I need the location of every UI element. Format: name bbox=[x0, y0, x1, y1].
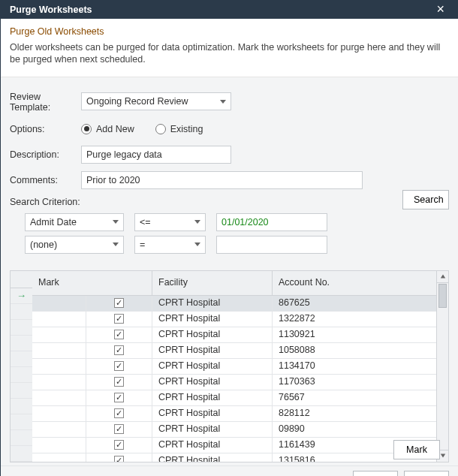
close-icon[interactable]: × bbox=[432, 0, 449, 19]
criterion-field-select[interactable]: Admit Date bbox=[25, 213, 124, 231]
title-bar: Purge Worksheets × bbox=[1, 0, 458, 19]
mark-checkbox[interactable]: ✓ bbox=[114, 361, 124, 371]
review-template-select[interactable]: Ongoing Record Review bbox=[81, 92, 231, 110]
table-row[interactable]: ✓CPRT Hospital1130921 bbox=[32, 327, 436, 343]
mark-checkbox[interactable]: ✓ bbox=[114, 393, 124, 402]
row-indicator bbox=[11, 336, 32, 351]
facility-cell: CPRT Hospital bbox=[152, 438, 273, 453]
cancel-button[interactable]: Cancel bbox=[404, 471, 449, 477]
account-cell: 828112 bbox=[273, 406, 436, 421]
col-header-account[interactable]: Account No. bbox=[273, 271, 436, 296]
options-radio-group: Add New Existing bbox=[81, 124, 203, 134]
review-template-label: Review Template: bbox=[10, 91, 81, 113]
option-add-new[interactable]: Add New bbox=[81, 124, 134, 134]
row-indicator bbox=[11, 351, 32, 367]
purge-worksheets-dialog: Purge Worksheets × Purge Old Worksheets … bbox=[0, 0, 458, 476]
account-cell: 1170363 bbox=[273, 375, 436, 390]
mark-cell: ✓ bbox=[32, 296, 152, 311]
table-row[interactable]: ✓CPRT Hospital1058088 bbox=[32, 343, 436, 359]
dialog-title: Purge Worksheets bbox=[10, 5, 432, 15]
col-header-facility[interactable]: Facility bbox=[152, 271, 273, 296]
mark-checkbox[interactable]: ✓ bbox=[114, 456, 124, 462]
col-header-mark[interactable]: Mark bbox=[32, 271, 152, 296]
comments-label: Comments: bbox=[10, 174, 81, 185]
table-row[interactable]: ✓CPRT Hospital76567 bbox=[32, 390, 436, 406]
mark-checkbox[interactable]: ✓ bbox=[114, 377, 124, 387]
comments-input[interactable] bbox=[81, 171, 363, 189]
row-indicator bbox=[11, 446, 32, 462]
done-button[interactable]: Done bbox=[353, 471, 398, 477]
mark-checkbox[interactable]: ✓ bbox=[114, 330, 124, 339]
facility-cell: CPRT Hospital bbox=[152, 359, 273, 374]
vertical-scrollbar[interactable] bbox=[437, 270, 449, 462]
search-button[interactable]: Search bbox=[402, 190, 449, 209]
form-body: Review Template: Ongoing Record Review O… bbox=[1, 77, 458, 465]
account-cell: 09890 bbox=[273, 422, 436, 437]
account-cell: 1322872 bbox=[273, 312, 436, 327]
chevron-down-icon bbox=[220, 100, 226, 104]
svg-marker-1 bbox=[440, 454, 444, 458]
mark-cell: ✓ bbox=[32, 390, 152, 405]
table-row[interactable]: ✓CPRT Hospital1134170 bbox=[32, 359, 436, 375]
row-indicator bbox=[11, 320, 32, 336]
chevron-down-icon bbox=[194, 220, 200, 224]
table-main: Mark Facility Account No. ✓CPRT Hospital… bbox=[32, 270, 437, 462]
option-existing-label: Existing bbox=[170, 124, 203, 134]
criterion-field-select[interactable]: (none) bbox=[25, 236, 124, 254]
mark-checkbox[interactable]: ✓ bbox=[114, 314, 124, 324]
table-row[interactable]: ✓CPRT Hospital867625 bbox=[32, 296, 436, 312]
table-row[interactable]: ✓CPRT Hospital1170363 bbox=[32, 375, 436, 390]
row-indicator bbox=[11, 430, 32, 446]
criterion-op-select[interactable]: <= bbox=[134, 213, 206, 231]
mark-cell: ✓ bbox=[32, 375, 152, 390]
row-indicator bbox=[11, 414, 32, 430]
criterion-value-input[interactable] bbox=[216, 213, 327, 231]
account-cell: 1058088 bbox=[273, 343, 436, 358]
comments-row: Comments: bbox=[10, 171, 449, 189]
mark-checkbox[interactable]: ✓ bbox=[114, 345, 124, 355]
table-row[interactable]: ✓CPRT Hospital09890 bbox=[32, 422, 436, 438]
mark-checkbox[interactable]: ✓ bbox=[114, 298, 124, 308]
dialog-footer: Done Cancel bbox=[1, 465, 458, 477]
results-area: → Mark Facility Account No. ✓CPRT Hospit… bbox=[10, 258, 449, 462]
row-indicator bbox=[11, 367, 32, 383]
scroll-thumb[interactable] bbox=[438, 284, 447, 308]
mark-checkbox[interactable]: ✓ bbox=[114, 408, 124, 418]
table-row[interactable]: ✓CPRT Hospital1161439 bbox=[32, 438, 436, 453]
search-criterion-label: Search Criterion: bbox=[10, 197, 449, 207]
description-row: Description: bbox=[10, 146, 449, 164]
row-indicator bbox=[11, 383, 32, 399]
intro-text: Older worksheets can be purged for data … bbox=[10, 41, 449, 66]
intro-section: Purge Old Worksheets Older worksheets ca… bbox=[1, 19, 458, 77]
mark-cell: ✓ bbox=[32, 327, 152, 342]
results-table: → Mark Facility Account No. ✓CPRT Hospit… bbox=[10, 270, 449, 462]
criterion-value-input[interactable] bbox=[216, 236, 327, 254]
mark-checkbox[interactable]: ✓ bbox=[114, 440, 124, 450]
criterion-op-value: <= bbox=[140, 217, 151, 227]
table-body: ✓CPRT Hospital867625✓CPRT Hospital132287… bbox=[32, 296, 436, 462]
facility-cell: CPRT Hospital bbox=[152, 343, 273, 358]
facility-cell: CPRT Hospital bbox=[152, 296, 273, 311]
mark-cell: ✓ bbox=[32, 312, 152, 327]
criterion-row-2: (none) = bbox=[25, 236, 449, 254]
mark-button[interactable]: Mark bbox=[393, 440, 440, 459]
table-row[interactable]: ✓CPRT Hospital1322872 bbox=[32, 312, 436, 327]
criterion-field-value: (none) bbox=[30, 240, 57, 250]
facility-cell: CPRT Hospital bbox=[152, 327, 273, 342]
review-template-value: Ongoing Record Review bbox=[86, 96, 188, 107]
table-row[interactable]: ✓CPRT Hospital828112 bbox=[32, 406, 436, 422]
row-gutter: → bbox=[10, 270, 32, 462]
criterion-row-1: Admit Date <= bbox=[25, 213, 449, 231]
table-row[interactable]: ✓CPRT Hospital1315816 bbox=[32, 453, 436, 462]
mark-cell: ✓ bbox=[32, 453, 152, 462]
description-input[interactable] bbox=[81, 146, 231, 164]
facility-cell: CPRT Hospital bbox=[152, 390, 273, 405]
radio-icon bbox=[81, 124, 92, 134]
criterion-op-select[interactable]: = bbox=[134, 236, 206, 254]
account-cell: 1130921 bbox=[273, 327, 436, 342]
mark-checkbox[interactable]: ✓ bbox=[114, 424, 124, 434]
options-row: Options: Add New Existing bbox=[10, 120, 449, 138]
option-existing[interactable]: Existing bbox=[155, 124, 203, 134]
chevron-down-icon bbox=[194, 243, 200, 246]
scroll-up-icon[interactable] bbox=[437, 271, 448, 283]
